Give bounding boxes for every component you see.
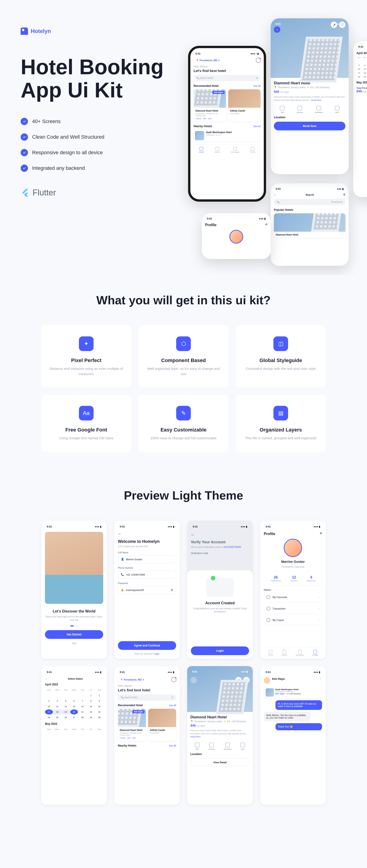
option-item[interactable]: Transaction› — [264, 604, 322, 613]
tab-profile[interactable]: Profile — [313, 650, 318, 656]
feature-icon: ▤ — [274, 406, 288, 421]
avatar — [284, 539, 302, 557]
chat-message-received: Hello Marine, Yes the room is available,… — [264, 712, 310, 721]
phone-home: 9:41●●● ⁞ ▮ 📍 Purwokerto, IND ▾ Hello, M… — [188, 46, 266, 202]
view-detail-button[interactable]: View Detail — [190, 758, 250, 766]
hero-section: Hotelyn Hotel Booking App Ui Kit 40+ Scr… — [0, 0, 367, 275]
success-illustration — [206, 578, 234, 596]
login-button[interactable]: Login — [191, 646, 249, 655]
heart-icon[interactable]: ♡ — [339, 22, 345, 28]
avatar — [264, 677, 270, 684]
location-pill[interactable]: 📍 Purwokerto, IND ▾ — [194, 58, 222, 63]
wifi-icon — [280, 106, 284, 111]
back-icon[interactable]: ← — [45, 677, 48, 680]
preview-signup: 9:41●●● ▮ ← Welcome to Homelyn Let's cre… — [114, 521, 180, 659]
book-button[interactable]: Book Now — [274, 122, 345, 130]
see-all-link[interactable]: See All — [253, 85, 260, 87]
option-item[interactable]: My Favourite› — [264, 593, 322, 602]
back-icon[interactable]: ← — [191, 533, 249, 537]
feature-icon: ✦ — [79, 336, 93, 351]
tab-messages[interactable]: Messages — [231, 147, 239, 153]
preview-verify: 9:41●●● ▮ ← Verify Your Account We've se… — [187, 521, 253, 659]
hero-title: Hotel Booking App Ui Kit — [21, 56, 181, 102]
password-field[interactable]: 🔒marinegustav99👁 — [118, 586, 176, 594]
more-icon[interactable]: ⋮ — [319, 677, 322, 680]
gear-icon[interactable]: ⚙ — [265, 223, 267, 227]
feature-icon: ✎ — [176, 406, 191, 421]
nearby-item[interactable]: Hyatt Washington HotelPurwokerto ★ 4.2 — [194, 130, 260, 142]
hotel-chat-card[interactable]: Hyatt Washington Hotel Purwokerto, Indon… — [264, 686, 322, 699]
hotel-card[interactable]: Infinity CastlePurwokerto — [228, 89, 260, 121]
hotel-card[interactable]: $46 NightDiamond Heart HotelPurwokerto, … — [118, 709, 146, 741]
hotel-card[interactable]: $46 Night Diamond Heart Hotel Purwokerto… — [194, 89, 226, 121]
search-input[interactable]: 🔍 Purwokerto — [274, 199, 345, 205]
preview-section: Preview Light Theme 9:41●●● ▮ Let's Disc… — [0, 470, 367, 823]
feature-icon: Aa — [79, 406, 93, 421]
hotel-card[interactable]: Infinity CastlePurwokerto — [148, 709, 176, 741]
logo-icon — [21, 28, 28, 35]
phone-field[interactable]: 📞+62 1293872849 — [118, 570, 176, 579]
check-icon — [21, 149, 28, 156]
preview-onboarding: 9:41●●● ▮ Let's Discover the World Book … — [41, 521, 107, 659]
phone-mockups: 9:41●●● ⁞ ▮ 📍 Purwokerto, IND ▾ Hello, M… — [179, 14, 367, 266]
onboard-image — [45, 532, 103, 604]
tab-home[interactable]: Home — [268, 650, 273, 656]
preview-detail: 9:41●●● ▮ ‹ ↗♡ Diamond Heart Hotel 📍Purw… — [187, 666, 253, 805]
features-section: What you will get in this ui kit? ✦Pixel… — [0, 275, 367, 470]
search-input[interactable]: 🔍 Search Hotel⚙ — [118, 694, 176, 701]
phone-calendar: 9:41▮ April 2022 SunMonTueWedThuFriSat 1… — [353, 41, 367, 197]
feature-card: ✎Easy Customizable100% easy to change an… — [139, 395, 228, 452]
location-pill[interactable]: 📍 Purwokerto, IND ▾ — [118, 678, 146, 682]
bell-icon[interactable] — [172, 677, 176, 682]
section-heading: What you will get in this ui kit? — [41, 293, 326, 307]
preview-home: 9:41●●● ▮ 📍 Purwokerto, IND ▾ Hello, Mar… — [114, 666, 180, 805]
share-icon[interactable]: ↗ — [331, 22, 337, 28]
check-icon — [21, 118, 28, 125]
feature-card: ▤Organized LayersThis file is named, gro… — [236, 395, 326, 452]
back-icon[interactable]: ← — [118, 532, 176, 536]
shower-icon — [298, 106, 302, 111]
stat-item: 12Review — [291, 576, 298, 582]
eye-icon[interactable]: 👁 — [171, 589, 173, 591]
chat-message-sent: Hi, Is there any room left? I'll make an… — [276, 700, 322, 710]
feature-icon: ◫ — [274, 336, 288, 351]
tab-home[interactable]: Home — [199, 147, 204, 153]
feature-icon: ⬡ — [176, 336, 191, 351]
check-icon — [21, 133, 28, 141]
check-icon — [21, 164, 28, 172]
feature-card: ◫Global StyleguideConsistent design with… — [236, 326, 326, 388]
filter-icon[interactable]: ⚙ — [343, 193, 345, 196]
section-heading: Preview Light Theme — [41, 489, 326, 502]
tab-profile[interactable]: Profile — [250, 147, 255, 153]
phone-detail: 9:41●●● ▮ ‹ ↗♡ Diamond Heart Hotel 📍Purw… — [271, 18, 349, 174]
brand-name: Hotelyn — [31, 28, 51, 34]
feature-card: ⬡Component BasedWell organized layer, so… — [139, 326, 228, 388]
get-started-button[interactable]: Get Started — [45, 630, 103, 639]
name-field[interactable]: 👤Marine Gustav — [118, 555, 176, 563]
option-item[interactable]: My Cupon› — [264, 616, 322, 625]
feature-card: ✦Pixel PerfectDistance and measure using… — [41, 326, 131, 388]
chat-message-sent: Thank You! 😊 — [276, 723, 322, 730]
read-more-link[interactable]: Read More — [311, 99, 321, 101]
search-input[interactable]: 🔍 Search Hotel⚙ — [194, 75, 260, 81]
tab-search[interactable]: Search — [215, 147, 220, 153]
stat-item: 4Bookings — [307, 576, 315, 582]
tabbar: Home Search Messages Profile — [194, 144, 260, 154]
skip-link[interactable]: Skip — [45, 642, 103, 645]
back-button[interactable]: ‹ — [274, 26, 280, 33]
preview-profile: 9:41●●● ▮ Profile⚙ Marrine Gustav Purwok… — [260, 521, 326, 659]
preview-calendar: 9:41●●● ▮ ←Select Dates April 2022 SunMo… — [41, 666, 107, 805]
avatar — [229, 230, 243, 244]
filter-icon[interactable]: ⚙ — [256, 77, 258, 79]
back-icon[interactable]: ← — [274, 193, 276, 196]
stat-item: 26Transaction — [271, 576, 281, 582]
flutter-icon — [21, 188, 30, 197]
gym-icon — [335, 106, 339, 111]
login-link[interactable]: Login — [154, 653, 159, 655]
back-button[interactable]: ‹ — [190, 677, 197, 683]
bell-icon[interactable] — [256, 58, 260, 63]
agree-button[interactable]: Agree and Continue — [118, 641, 176, 650]
gear-icon[interactable]: ⚙ — [320, 532, 322, 536]
tab-search[interactable]: Search — [281, 650, 287, 656]
tab-messages[interactable]: Messages — [296, 650, 304, 656]
